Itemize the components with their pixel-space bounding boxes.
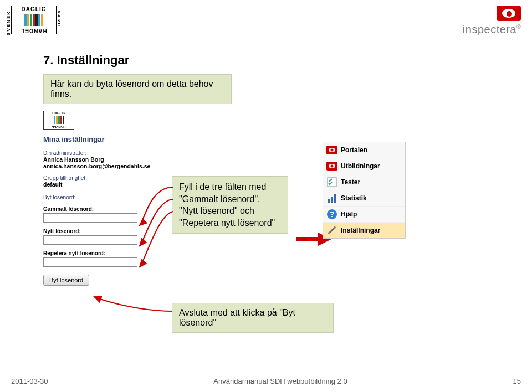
panel-heading: Mina inställningar — [43, 135, 171, 143]
menu-label: Portalen — [341, 146, 367, 154]
change-pw-label: Byt lösenord: — [43, 194, 171, 200]
header-logos: SVENSK VARU DAGLIG HANDEL inspectera® — [11, 6, 521, 39]
svg-point-12 — [328, 232, 330, 234]
svg-point-2 — [331, 149, 334, 152]
change-password-button[interactable]: Byt lösenord — [43, 275, 89, 286]
menu-item-hjalp[interactable]: ? Hjälp — [323, 207, 405, 223]
callout-fields: Fyll i de tre fälten med "Gammalt löseno… — [172, 176, 288, 234]
sdh-side-right: VARU — [57, 11, 62, 27]
old-pw-label: Gammalt lösenord: — [43, 206, 171, 212]
eye-icon — [497, 6, 521, 21]
svg-point-13 — [334, 226, 336, 229]
mini-sdh-logo: DAGLIG HANDEL — [43, 111, 74, 130]
old-password-field[interactable] — [43, 213, 137, 223]
sdh-logo-bottom: HANDEL — [12, 28, 56, 34]
eye-icon — [326, 161, 337, 172]
admin-email: annica.hansson-borg@bergendahls.se — [43, 163, 171, 169]
new-password-field[interactable] — [43, 235, 137, 245]
sdh-side-left: SVENSK — [6, 11, 11, 35]
menu-item-statistik[interactable]: Statistik — [323, 190, 405, 207]
admin-label: Din administratör: — [43, 150, 171, 156]
group-label: Grupp tillhörighet: — [43, 175, 171, 181]
menu-item-installningar[interactable]: Inställningar — [323, 223, 405, 238]
inspectera-logo: inspectera® — [463, 6, 521, 36]
menu-label: Hjälp — [341, 210, 357, 218]
question-icon: ? — [326, 209, 337, 220]
bar-chart-icon — [326, 193, 337, 204]
repeat-password-field[interactable] — [43, 257, 137, 267]
svg-rect-8 — [331, 197, 333, 203]
footer: 2011-03-30 Användarmanual SDH webbutbild… — [11, 377, 521, 385]
footer-page-num: 15 — [513, 377, 521, 385]
svg-rect-9 — [334, 194, 336, 203]
barcode-icon — [44, 115, 74, 126]
footer-doc-title: Användarmanual SDH webbutbildning 2.0 — [213, 377, 347, 385]
right-menu: Portalen Utbildningar Tester Statistik ?… — [323, 142, 406, 239]
new-pw-label: Nytt lösenord: — [43, 228, 171, 234]
eye-icon — [326, 145, 337, 156]
checklist-icon — [326, 177, 337, 188]
page-title: 7. Inställningar — [43, 53, 129, 68]
svg-rect-7 — [328, 199, 330, 203]
menu-label: Inställningar — [341, 226, 380, 234]
barcode-icon — [12, 12, 56, 28]
callout-intro: Här kan du byta lösenord om detta behov … — [43, 74, 232, 104]
menu-item-portalen[interactable]: Portalen — [323, 142, 405, 158]
settings-panel: DAGLIG HANDEL Mina inställningar Din adm… — [43, 111, 171, 286]
inspectera-text: inspectera® — [463, 23, 521, 35]
menu-item-tester[interactable]: Tester — [323, 174, 405, 190]
repeat-pw-label: Repetera nytt lösenord: — [43, 250, 171, 256]
tools-icon — [326, 225, 337, 236]
menu-item-utbildningar[interactable]: Utbildningar — [323, 158, 405, 174]
footer-date: 2011-03-30 — [11, 377, 48, 385]
svg-text:?: ? — [330, 210, 335, 219]
callout-finish: Avsluta med att klicka på "Byt lösenord" — [172, 303, 334, 333]
menu-label: Tester — [341, 178, 360, 186]
sdh-logo: SVENSK VARU DAGLIG HANDEL — [11, 6, 57, 34]
menu-label: Statistik — [341, 194, 367, 202]
svg-point-5 — [331, 165, 334, 168]
sdh-logo-top: DAGLIG — [12, 6, 56, 12]
group-value: default — [43, 181, 171, 188]
admin-name: Annica Hansson Borg — [43, 156, 171, 163]
menu-label: Utbildningar — [341, 162, 380, 170]
